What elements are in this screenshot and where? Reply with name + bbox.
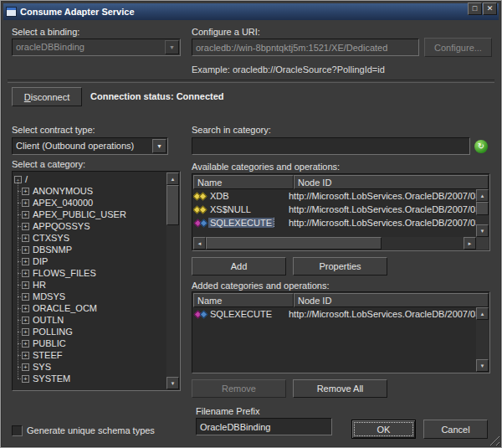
expand-glyph: +: [23, 188, 28, 195]
resize-grip[interactable]: [489, 435, 499, 445]
available-list[interactable]: Name Node ID XDB http://Microsoft.LobSer…: [192, 173, 490, 251]
search-refresh-button[interactable]: ↻: [474, 140, 488, 153]
expand-icon[interactable]: +: [22, 211, 29, 219]
scroll-up-button[interactable]: ▲: [476, 307, 489, 320]
row-sqlexecute-added[interactable]: SQLEXECUTE http://Microsoft.LobServices.…: [193, 307, 476, 321]
expand-icon[interactable]: +: [22, 234, 29, 242]
column-header-label: Name: [197, 296, 222, 306]
scroll-up-button[interactable]: ▲: [166, 173, 179, 185]
category-tree[interactable]: - / +ANONYMOUS +APEX_040000 +APEX_PUBLIC…: [12, 171, 181, 391]
available-vertical-scrollbar[interactable]: ▲ ▼: [476, 189, 489, 237]
tree-item-anonymous[interactable]: +ANONYMOUS: [18, 185, 166, 197]
arrow-down-icon: ▼: [480, 363, 485, 368]
row-node-id: http://Microsoft.LobServices.OracleDB/20…: [289, 191, 476, 201]
tree-vertical-scrollbar[interactable]: ▲ ▼: [166, 173, 179, 389]
added-list[interactable]: Name Node ID SQLEXECUTE http://Microsoft…: [192, 291, 490, 373]
close-button[interactable]: ✕: [483, 3, 497, 15]
scroll-down-button[interactable]: ▼: [476, 224, 489, 237]
expand-icon[interactable]: +: [22, 293, 29, 301]
tree-content: - / +ANONYMOUS +APEX_040000 +APEX_PUBLIC…: [14, 173, 166, 389]
row-name: XDB: [208, 191, 231, 201]
tree-item-flows-files[interactable]: +FLOWS_FILES: [18, 267, 166, 279]
scroll-down-button[interactable]: ▼: [166, 377, 179, 389]
added-vertical-scrollbar[interactable]: ▲ ▼: [476, 307, 489, 372]
tree-item-polling[interactable]: +POLLING: [18, 326, 166, 337]
available-horizontal-scrollbar[interactable]: ◄ ►: [193, 237, 476, 250]
tree-root-item[interactable]: - /: [14, 173, 166, 185]
close-icon: ✕: [487, 5, 494, 13]
remove-button: Remove: [192, 379, 286, 398]
scroll-down-button[interactable]: ▼: [476, 359, 489, 372]
tree-item-dbsnmp[interactable]: +DBSNMP: [18, 244, 166, 255]
scroll-up-button[interactable]: ▲: [476, 189, 489, 202]
expand-icon[interactable]: +: [22, 328, 29, 336]
scroll-right-button[interactable]: ►: [464, 237, 476, 250]
ok-button[interactable]: OK: [351, 420, 416, 439]
row-sqlexecute[interactable]: SQLEXECUTE http://Microsoft.LobServices.…: [193, 216, 476, 229]
tree-item-label: DBSNMP: [33, 245, 72, 255]
uri-field: [192, 39, 419, 56]
scroll-thumb[interactable]: [166, 185, 179, 225]
titlebar[interactable]: Consume Adapter Service: [3, 3, 499, 20]
expand-glyph: +: [23, 328, 28, 336]
expand-icon[interactable]: +: [22, 375, 29, 383]
column-header-name[interactable]: Name: [193, 293, 294, 307]
contract-type-value: Client (Outbound operations): [16, 141, 151, 151]
expand-icon[interactable]: +: [22, 281, 29, 289]
search-input[interactable]: [192, 137, 470, 155]
properties-button[interactable]: Properties: [293, 257, 387, 275]
column-header-node-id[interactable]: Node ID: [294, 175, 489, 189]
contract-type-combo[interactable]: Client (Outbound operations) ▼: [12, 137, 168, 155]
row-xdb[interactable]: XDB http://Microsoft.LobServices.OracleD…: [193, 189, 476, 203]
tree-item-steef[interactable]: +STEEF: [18, 349, 166, 361]
expand-icon[interactable]: +: [22, 352, 29, 359]
column-header-node-id[interactable]: Node ID: [294, 293, 489, 307]
tree-item-appqossys[interactable]: +APPQOSSYS: [18, 220, 166, 232]
tree-item-label: STEEF: [33, 350, 62, 360]
expand-icon[interactable]: +: [22, 223, 29, 230]
tree-item-oracle-ocm[interactable]: +ORACLE_OCM: [18, 302, 166, 314]
row-xsnull[interactable]: XS$NULL http://Microsoft.LobServices.Ora…: [193, 203, 476, 216]
expand-icon[interactable]: +: [22, 363, 29, 371]
tree-item-apex-public-user[interactable]: +APEX_PUBLIC_USER: [18, 209, 166, 220]
column-header-label: Node ID: [298, 296, 331, 306]
filename-prefix-input[interactable]: [196, 418, 332, 435]
arrow-up-icon: ▲: [480, 193, 485, 198]
tree-item-dip[interactable]: +DIP: [18, 255, 166, 267]
remove-all-button[interactable]: Remove All: [293, 379, 387, 398]
contract-dropdown-icon[interactable]: ▼: [152, 139, 166, 153]
tree-root-label: /: [25, 174, 28, 184]
expand-icon[interactable]: +: [22, 317, 29, 324]
scroll-thumb[interactable]: [476, 202, 489, 215]
expand-glyph: +: [23, 281, 28, 289]
row-name: SQLEXECUTE: [208, 309, 274, 319]
expand-icon[interactable]: +: [22, 305, 29, 312]
refresh-icon: ↻: [478, 142, 484, 151]
add-button[interactable]: Add: [192, 257, 286, 275]
expand-icon[interactable]: +: [22, 246, 29, 254]
disconnect-button[interactable]: Disconnect: [12, 87, 82, 106]
tree-item-public[interactable]: +PUBLIC: [18, 337, 166, 349]
row-node-id: http://Microsoft.LobServices.OracleDB/20…: [289, 309, 476, 319]
expand-icon[interactable]: +: [22, 199, 29, 207]
tree-item-ctxsys[interactable]: +CTXSYS: [18, 232, 166, 244]
cancel-button[interactable]: Cancel: [423, 420, 488, 439]
expand-icon[interactable]: +: [22, 340, 29, 348]
expand-icon[interactable]: +: [22, 188, 29, 195]
binding-dropdown-icon: ▼: [165, 40, 179, 54]
tree-item-system[interactable]: +SYSTEM: [18, 373, 166, 384]
tree-item-outln[interactable]: +OUTLN: [18, 314, 166, 326]
expand-icon[interactable]: +: [22, 258, 29, 265]
scroll-thumb[interactable]: [206, 237, 382, 250]
generate-unique-schema-checkbox[interactable]: [12, 425, 23, 436]
column-header-name[interactable]: Name: [193, 175, 294, 189]
filename-prefix-label: Filename Prefix: [196, 406, 259, 416]
expand-icon[interactable]: +: [22, 270, 29, 277]
scroll-left-button[interactable]: ◄: [193, 237, 206, 250]
tree-item-mdsys[interactable]: +MDSYS: [18, 291, 166, 302]
tree-item-label: POLLING: [33, 327, 73, 337]
maximize-button[interactable]: □: [468, 3, 482, 15]
tree-item-hr[interactable]: +HR: [18, 279, 166, 291]
tree-item-sys[interactable]: +SYS: [18, 361, 166, 373]
tree-item-apex-040000[interactable]: +APEX_040000: [18, 197, 166, 209]
